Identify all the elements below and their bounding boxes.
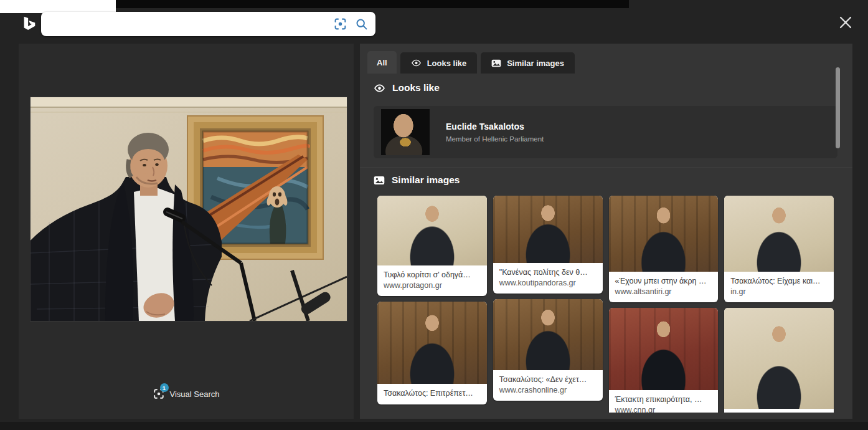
results-tabs: All Looks like Similar images [367,51,575,74]
similar-images-grid: Τυφλό κορίτσι σ' οδηγά… www.protagon.gr … [377,196,834,413]
visual-search-icon[interactable] [333,17,347,31]
looks-like-title: Looks like [392,82,440,93]
similar-image-thumbnail [377,302,487,384]
section-divider [360,167,852,168]
tab-all-label: All [377,58,387,67]
similar-image-card[interactable]: Τσακαλώτος: Επιτρέπετ… [377,302,487,404]
similar-image-title: Τσακαλώτος: «Δεν έχετ… [499,375,597,385]
similar-image-thumbnail [377,196,487,265]
scrollbar-thumb[interactable] [836,67,840,148]
tab-similar-images[interactable]: Similar images [481,52,575,74]
search-icon[interactable] [354,17,368,31]
similar-image-title: "Κανένας πολίτης δεν θ… [499,267,597,278]
similar-image-thumbnail [724,308,834,409]
tab-all[interactable]: All [367,51,397,74]
results-panel: All Looks like Similar images [360,44,852,419]
preview-panel: 1 Visual Search [19,44,354,419]
similar-image-source: www.altsantiri.gr [615,287,712,297]
visual-search-label: Visual Search [170,389,220,399]
similar-image-source: www.koutipandoras.gr [499,278,597,289]
similar-image-thumbnail [609,308,719,390]
similar-image-thumbnail [724,196,834,272]
similar-image-card[interactable]: Έκτακτη επικαιρότητα, … www.cnn.gr [609,308,719,413]
search-input[interactable] [50,14,326,34]
grid-column: «Έχουν μπει στην άκρη … www.altsantiri.g… [609,196,719,413]
grid-column: Τσακαλώτος: Είχαμε και… in.gr Τσακαλώτος… [724,196,834,413]
similar-image-title: Τσακαλώτος: Επιτρέπετ… [384,388,481,399]
similar-image-card[interactable]: Τσακαλώτος: «Δεν έχετ… www.crashonline.g… [493,299,603,401]
close-icon[interactable] [834,11,857,34]
bing-logo-icon [21,14,37,33]
similar-images-title: Similar images [392,174,460,186]
tab-similar-images-label: Similar images [507,59,564,68]
bottom-strip [0,422,868,430]
page-background-notch [0,0,116,13]
similar-image-card[interactable]: Τσακαλώτος: Υπάρχουν… [724,308,834,413]
similar-image-source: www.protagon.gr [384,280,481,291]
person-result-card[interactable]: Euclide Tsakalotos Member of Hellenic Pa… [374,106,837,158]
eye-icon [411,59,422,67]
similar-image-source: www.cnn.gr [615,405,712,413]
similar-image-source: in.gr [730,287,828,297]
tab-looks-like[interactable]: Looks like [400,52,478,74]
visual-search-icon: 1 [153,388,164,399]
query-image[interactable] [31,97,347,321]
similar-image-card[interactable]: Τυφλό κορίτσι σ' οδηγά… www.protagon.gr [377,196,487,296]
visual-search-overlay: 1 Visual Search All Looks like [0,0,868,430]
similar-image-title: Έκτακτη επικαιρότητα, … [615,394,712,405]
similar-image-thumbnail [493,299,603,370]
visual-search-footer-button[interactable]: 1 Visual Search [19,383,354,405]
similar-image-card[interactable]: Τσακαλώτος: Είχαμε και… in.gr [724,196,834,302]
image-icon [374,176,385,185]
grid-column: Τυφλό κορίτσι σ' οδηγά… www.protagon.gr … [377,196,487,413]
tab-looks-like-label: Looks like [427,59,467,68]
visual-search-badge: 1 [160,383,169,392]
person-subtitle: Member of Hellenic Parliament [446,135,544,143]
image-icon [491,59,501,67]
similar-image-card[interactable]: «Έχουν μπει στην άκρη … www.altsantiri.g… [609,196,719,302]
eye-icon [374,84,385,92]
person-name: Euclide Tsakalotos [446,122,544,131]
similar-image-thumbnail [493,196,603,263]
similar-images-header: Similar images [374,174,460,186]
similar-image-card[interactable]: "Κανένας πολίτης δεν θ… www.koutipandora… [493,196,603,294]
similar-image-title: Τυφλό κορίτσι σ' οδηγά… [384,270,481,280]
bing-logo[interactable] [19,12,39,36]
similar-image-title: Τσακαλώτος: Είχαμε και… [730,276,828,287]
similar-image-title: «Έχουν μπει στην άκρη … [615,276,712,287]
similar-image-thumbnail [609,196,719,272]
query-image-art [31,97,347,321]
grid-column: "Κανένας πολίτης δεν θ… www.koutipandora… [493,196,603,413]
person-thumbnail [381,109,430,155]
search-bar [41,12,375,36]
top-black-bar [116,0,629,8]
similar-image-source: www.crashonline.gr [499,385,597,396]
looks-like-header: Looks like [374,82,440,93]
